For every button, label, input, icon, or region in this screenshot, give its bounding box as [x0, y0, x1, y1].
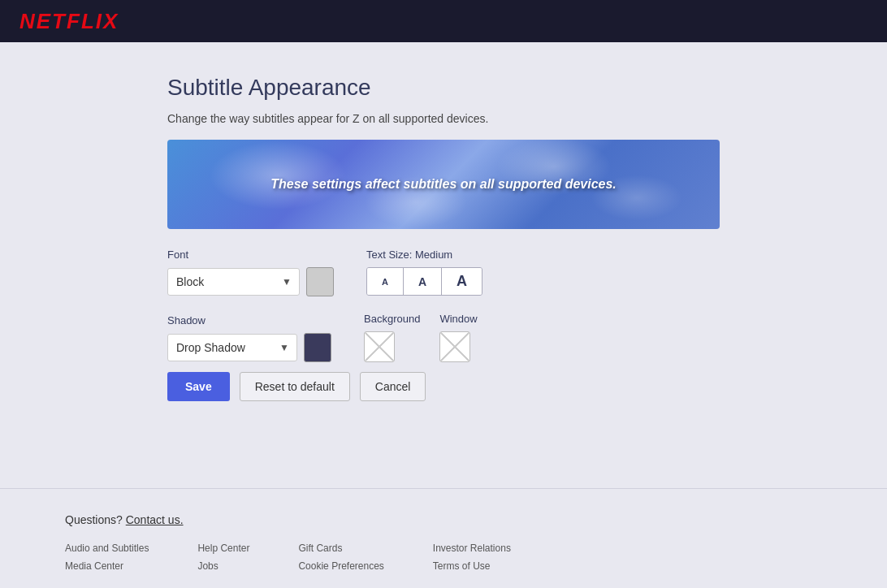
- preview-box: These settings affect subtitles on all s…: [167, 140, 720, 229]
- footer-link-cookie-preferences[interactable]: Cookie Preferences: [298, 560, 383, 572]
- preview-text: These settings affect subtitles on all s…: [270, 177, 617, 192]
- background-swatch[interactable]: [364, 331, 395, 362]
- shadow-select[interactable]: None Drop Shadow Raised Depressed Unifor…: [167, 334, 297, 361]
- font-select-wrapper: Block Arial Helvetica Times New Roman Co…: [167, 268, 300, 296]
- footer-link-investor-relations[interactable]: Investor Relations: [433, 543, 511, 554]
- content-wrapper: Subtitle Appearance Change the way subti…: [167, 75, 720, 401]
- font-textsize-row: Font Block Arial Helvetica Times New Rom…: [167, 249, 720, 296]
- footer-link-media-center[interactable]: Media Center: [65, 560, 149, 572]
- footer-link-help-center[interactable]: Help Center: [197, 543, 249, 554]
- window-group: Window: [439, 313, 477, 362]
- font-select[interactable]: Block Arial Helvetica Times New Roman Co…: [167, 268, 300, 296]
- header: NETFLIX: [0, 0, 887, 42]
- shadow-controls: None Drop Shadow Raised Depressed Unifor…: [167, 333, 331, 362]
- shadow-group: Shadow None Drop Shadow Raised Depressed…: [167, 314, 331, 362]
- background-group: Background: [364, 313, 420, 362]
- font-color-swatch[interactable]: [306, 267, 334, 296]
- footer: Questions? Contact us. Audio and Subtitl…: [0, 488, 887, 588]
- text-size-label: Text Size: Medium: [366, 249, 482, 261]
- font-label: Font: [167, 249, 334, 261]
- save-button[interactable]: Save: [167, 372, 230, 401]
- netflix-logo: NETFLIX: [19, 9, 119, 34]
- shadow-row: Shadow None Drop Shadow Raised Depressed…: [167, 313, 720, 362]
- text-size-group: Text Size: Medium A A A: [366, 249, 482, 296]
- text-size-buttons: A A A: [366, 267, 482, 296]
- main-content: Subtitle Appearance Change the way subti…: [0, 42, 887, 488]
- reset-button[interactable]: Reset to default: [240, 372, 350, 401]
- footer-link-audio-subtitles[interactable]: Audio and Subtitles: [65, 543, 149, 554]
- page-description: Change the way subtitles appear for Z on…: [167, 112, 720, 125]
- footer-link-gift-cards[interactable]: Gift Cards: [298, 543, 383, 554]
- footer-contact-link[interactable]: Contact us.: [126, 513, 184, 526]
- shadow-color-swatch[interactable]: [304, 333, 331, 362]
- footer-question: Questions? Contact us.: [65, 513, 822, 526]
- actions-row: Save Reset to default Cancel: [167, 372, 720, 401]
- text-size-large-button[interactable]: A: [442, 268, 482, 295]
- page-title: Subtitle Appearance: [167, 75, 720, 101]
- shadow-select-wrapper: None Drop Shadow Raised Depressed Unifor…: [167, 334, 297, 361]
- footer-link-jobs[interactable]: Jobs: [197, 560, 249, 572]
- window-label: Window: [439, 313, 477, 325]
- font-group: Font Block Arial Helvetica Times New Rom…: [167, 249, 334, 296]
- text-size-small-button[interactable]: A: [367, 268, 404, 295]
- background-label: Background: [364, 313, 420, 325]
- cancel-button[interactable]: Cancel: [360, 372, 426, 401]
- shadow-label: Shadow: [167, 314, 331, 326]
- window-swatch[interactable]: [439, 331, 470, 362]
- footer-question-text: Questions?: [65, 513, 123, 526]
- font-controls: Block Arial Helvetica Times New Roman Co…: [167, 267, 334, 296]
- footer-link-terms-of-use[interactable]: Terms of Use: [433, 560, 511, 572]
- bg-window-row: Background Window: [364, 313, 478, 362]
- text-size-medium-button[interactable]: A: [404, 268, 442, 295]
- footer-links: Audio and Subtitles Help Center Gift Car…: [65, 543, 511, 572]
